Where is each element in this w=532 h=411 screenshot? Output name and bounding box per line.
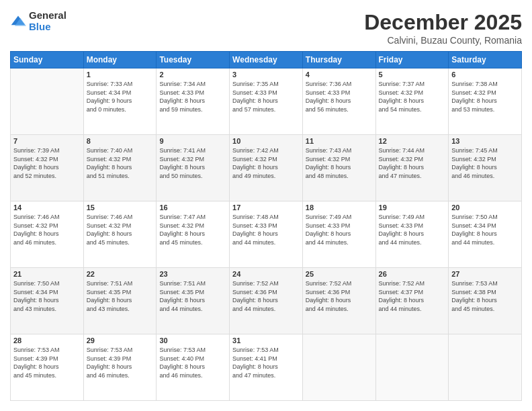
table-row: 11Sunrise: 7:43 AM Sunset: 4:32 PM Dayli… <box>302 135 375 201</box>
table-row: 30Sunrise: 7:53 AM Sunset: 4:40 PM Dayli… <box>157 334 230 401</box>
day-info: Sunrise: 7:49 AM Sunset: 4:33 PM Dayligh… <box>306 213 373 246</box>
day-number: 11 <box>306 137 373 145</box>
logo-general: General <box>29 10 66 21</box>
day-number: 22 <box>87 270 154 278</box>
page: General Blue December 2025 Calvini, Buza… <box>0 0 532 411</box>
day-number: 9 <box>159 137 226 145</box>
day-number: 5 <box>379 71 446 79</box>
day-number: 18 <box>306 203 373 212</box>
col-friday: Friday <box>375 52 449 68</box>
day-info: Sunrise: 7:35 AM Sunset: 4:33 PM Dayligh… <box>232 80 300 113</box>
table-row: 17Sunrise: 7:48 AM Sunset: 4:33 PM Dayli… <box>230 201 303 268</box>
day-info: Sunrise: 7:38 AM Sunset: 4:32 PM Dayligh… <box>451 80 519 113</box>
table-row: 27Sunrise: 7:53 AM Sunset: 4:38 PM Dayli… <box>449 268 522 334</box>
table-row: 4Sunrise: 7:36 AM Sunset: 4:33 PM Daylig… <box>302 68 375 135</box>
header: General Blue December 2025 Calvini, Buza… <box>10 10 522 46</box>
day-info: Sunrise: 7:50 AM Sunset: 4:34 PM Dayligh… <box>451 213 519 246</box>
day-info: Sunrise: 7:53 AM Sunset: 4:39 PM Dayligh… <box>13 346 81 379</box>
table-row: 8Sunrise: 7:40 AM Sunset: 4:32 PM Daylig… <box>83 135 157 201</box>
table-row <box>449 334 522 401</box>
day-info: Sunrise: 7:41 AM Sunset: 4:32 PM Dayligh… <box>159 146 226 180</box>
day-info: Sunrise: 7:44 AM Sunset: 4:32 PM Dayligh… <box>379 146 446 180</box>
calendar-header-row: Sunday Monday Tuesday Wednesday Thursday… <box>11 52 522 68</box>
day-info: Sunrise: 7:46 AM Sunset: 4:32 PM Dayligh… <box>87 213 154 246</box>
day-number: 16 <box>159 203 226 212</box>
day-info: Sunrise: 7:51 AM Sunset: 4:35 PM Dayligh… <box>87 279 154 313</box>
day-number: 2 <box>159 71 226 79</box>
day-number: 28 <box>13 336 81 345</box>
day-info: Sunrise: 7:49 AM Sunset: 4:33 PM Dayligh… <box>379 213 446 246</box>
col-sunday: Sunday <box>11 52 84 68</box>
day-number: 24 <box>232 270 300 278</box>
day-number: 17 <box>232 203 300 212</box>
table-row: 20Sunrise: 7:50 AM Sunset: 4:34 PM Dayli… <box>449 201 522 268</box>
table-row: 6Sunrise: 7:38 AM Sunset: 4:32 PM Daylig… <box>449 68 522 135</box>
day-info: Sunrise: 7:53 AM Sunset: 4:39 PM Dayligh… <box>87 346 154 379</box>
col-wednesday: Wednesday <box>230 52 303 68</box>
day-info: Sunrise: 7:37 AM Sunset: 4:32 PM Dayligh… <box>379 80 446 113</box>
table-row: 25Sunrise: 7:52 AM Sunset: 4:36 PM Dayli… <box>302 268 375 334</box>
logo: General Blue <box>10 10 66 32</box>
day-info: Sunrise: 7:46 AM Sunset: 4:32 PM Dayligh… <box>13 213 81 246</box>
table-row: 16Sunrise: 7:47 AM Sunset: 4:32 PM Dayli… <box>157 201 230 268</box>
col-saturday: Saturday <box>449 52 522 68</box>
day-info: Sunrise: 7:53 AM Sunset: 4:41 PM Dayligh… <box>232 346 300 379</box>
calendar-week-row: 7Sunrise: 7:39 AM Sunset: 4:32 PM Daylig… <box>11 135 522 201</box>
day-info: Sunrise: 7:51 AM Sunset: 4:35 PM Dayligh… <box>159 279 226 313</box>
day-info: Sunrise: 7:40 AM Sunset: 4:32 PM Dayligh… <box>87 146 154 180</box>
logo-icon <box>10 13 26 30</box>
day-info: Sunrise: 7:34 AM Sunset: 4:33 PM Dayligh… <box>159 80 226 113</box>
day-number: 6 <box>451 71 519 79</box>
table-row: 22Sunrise: 7:51 AM Sunset: 4:35 PM Dayli… <box>83 268 157 334</box>
day-number: 30 <box>159 336 226 345</box>
day-number: 31 <box>232 336 300 345</box>
table-row: 13Sunrise: 7:45 AM Sunset: 4:32 PM Dayli… <box>449 135 522 201</box>
day-number: 4 <box>306 71 373 79</box>
day-number: 29 <box>87 336 154 345</box>
day-number: 14 <box>13 203 81 212</box>
day-number: 25 <box>306 270 373 278</box>
day-number: 3 <box>232 71 300 79</box>
day-number: 21 <box>13 270 81 278</box>
subtitle: Calvini, Buzau County, Romania <box>364 35 522 46</box>
day-number: 1 <box>87 71 154 79</box>
logo-blue: Blue <box>29 21 66 33</box>
day-info: Sunrise: 7:48 AM Sunset: 4:33 PM Dayligh… <box>232 213 300 246</box>
day-info: Sunrise: 7:53 AM Sunset: 4:38 PM Dayligh… <box>451 279 519 313</box>
table-row <box>302 334 375 401</box>
day-number: 19 <box>379 203 446 212</box>
table-row: 26Sunrise: 7:52 AM Sunset: 4:37 PM Dayli… <box>375 268 449 334</box>
day-number: 8 <box>87 137 154 145</box>
table-row <box>11 68 84 135</box>
calendar-table: Sunday Monday Tuesday Wednesday Thursday… <box>10 51 522 401</box>
day-info: Sunrise: 7:47 AM Sunset: 4:32 PM Dayligh… <box>159 213 226 246</box>
table-row: 14Sunrise: 7:46 AM Sunset: 4:32 PM Dayli… <box>11 201 84 268</box>
day-info: Sunrise: 7:42 AM Sunset: 4:32 PM Dayligh… <box>232 146 300 180</box>
table-row: 28Sunrise: 7:53 AM Sunset: 4:39 PM Dayli… <box>11 334 84 401</box>
table-row: 15Sunrise: 7:46 AM Sunset: 4:32 PM Dayli… <box>83 201 157 268</box>
table-row: 2Sunrise: 7:34 AM Sunset: 4:33 PM Daylig… <box>157 68 230 135</box>
calendar-week-row: 14Sunrise: 7:46 AM Sunset: 4:32 PM Dayli… <box>11 201 522 268</box>
calendar-week-row: 28Sunrise: 7:53 AM Sunset: 4:39 PM Dayli… <box>11 334 522 401</box>
table-row: 3Sunrise: 7:35 AM Sunset: 4:33 PM Daylig… <box>230 68 303 135</box>
day-info: Sunrise: 7:33 AM Sunset: 4:34 PM Dayligh… <box>87 80 154 113</box>
col-tuesday: Tuesday <box>157 52 230 68</box>
calendar-week-row: 21Sunrise: 7:50 AM Sunset: 4:34 PM Dayli… <box>11 268 522 334</box>
day-number: 27 <box>451 270 519 278</box>
table-row: 19Sunrise: 7:49 AM Sunset: 4:33 PM Dayli… <box>375 201 449 268</box>
day-number: 7 <box>13 137 81 145</box>
day-number: 20 <box>451 203 519 212</box>
table-row: 21Sunrise: 7:50 AM Sunset: 4:34 PM Dayli… <box>11 268 84 334</box>
table-row: 7Sunrise: 7:39 AM Sunset: 4:32 PM Daylig… <box>11 135 84 201</box>
day-info: Sunrise: 7:52 AM Sunset: 4:36 PM Dayligh… <box>306 279 373 313</box>
col-monday: Monday <box>83 52 157 68</box>
day-info: Sunrise: 7:39 AM Sunset: 4:32 PM Dayligh… <box>13 146 81 180</box>
day-number: 13 <box>451 137 519 145</box>
day-info: Sunrise: 7:52 AM Sunset: 4:36 PM Dayligh… <box>232 279 300 313</box>
day-info: Sunrise: 7:45 AM Sunset: 4:32 PM Dayligh… <box>451 146 519 180</box>
day-info: Sunrise: 7:52 AM Sunset: 4:37 PM Dayligh… <box>379 279 446 313</box>
col-thursday: Thursday <box>302 52 375 68</box>
day-info: Sunrise: 7:43 AM Sunset: 4:32 PM Dayligh… <box>306 146 373 180</box>
day-number: 10 <box>232 137 300 145</box>
day-info: Sunrise: 7:36 AM Sunset: 4:33 PM Dayligh… <box>306 80 373 113</box>
